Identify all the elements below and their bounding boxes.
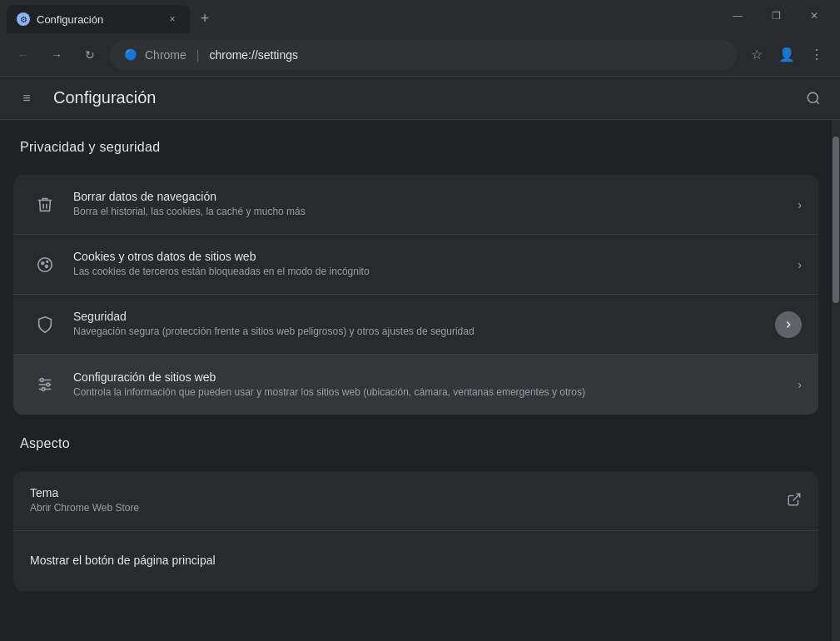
minimize-button[interactable]: — bbox=[718, 5, 757, 27]
reload-button[interactable]: ↻ bbox=[77, 42, 103, 68]
security-arrow-btn[interactable] bbox=[775, 311, 802, 338]
site-settings-subtitle: Controla la información que pueden usar … bbox=[73, 385, 788, 400]
main-scroll[interactable]: Privacidad y seguridad Borrar datos de n… bbox=[0, 120, 832, 641]
bookmark-button[interactable]: ☆ bbox=[743, 42, 770, 68]
svg-line-1 bbox=[816, 101, 818, 103]
hamburger-menu-button[interactable]: ≡ bbox=[13, 85, 40, 112]
tab-favicon: ⚙ bbox=[17, 12, 30, 26]
url-bar[interactable]: 🔵 Chrome | chrome://settings bbox=[110, 40, 737, 70]
clear-browsing-data-title: Borrar datos de navegación bbox=[73, 190, 788, 203]
shield-icon bbox=[30, 310, 60, 340]
theme-title: Tema bbox=[30, 486, 777, 499]
cookies-arrow: › bbox=[798, 258, 802, 271]
clear-browsing-data-content: Borrar datos de navegación Borra el hist… bbox=[73, 190, 788, 219]
trash-icon bbox=[30, 190, 60, 220]
clear-browsing-data-subtitle: Borra el historial, las cookies, la cach… bbox=[73, 205, 788, 219]
svg-point-0 bbox=[808, 92, 818, 102]
svg-point-3 bbox=[42, 261, 44, 264]
url-brand: Chrome bbox=[145, 48, 186, 62]
active-tab[interactable]: ⚙ Configuración × bbox=[7, 5, 190, 33]
svg-point-4 bbox=[45, 265, 47, 267]
chrome-menu-button[interactable]: ⋮ bbox=[803, 42, 830, 68]
site-settings-content: Configuración de sitios web Controla la … bbox=[73, 370, 788, 400]
tab-strip: ⚙ Configuración × + bbox=[7, 0, 216, 33]
security-title: Seguridad bbox=[73, 310, 765, 323]
site-settings-item[interactable]: Configuración de sitios web Controla la … bbox=[13, 355, 818, 415]
home-button-title: Mostrar el botón de página principal bbox=[30, 554, 802, 567]
forward-button[interactable]: → bbox=[43, 42, 70, 68]
site-settings-title: Configuración de sitios web bbox=[73, 370, 788, 384]
cookies-title: Cookies y otros datos de sitios web bbox=[73, 250, 788, 263]
appearance-card: Tema Abrir Chrome Web Store Mostr bbox=[13, 471, 818, 591]
scrollbar-thumb[interactable] bbox=[833, 137, 839, 303]
profile-button[interactable]: 👤 bbox=[773, 42, 800, 68]
settings-header: ≡ Configuración bbox=[0, 77, 840, 120]
svg-point-10 bbox=[47, 383, 50, 386]
theme-item[interactable]: Tema Abrir Chrome Web Store bbox=[13, 471, 818, 531]
title-bar: ⚙ Configuración × + — ❐ ✕ bbox=[0, 0, 840, 33]
security-subtitle: Navegación segura (protección frente a s… bbox=[73, 325, 765, 339]
search-icon bbox=[806, 91, 821, 106]
theme-subtitle: Abrir Chrome Web Store bbox=[30, 501, 777, 515]
settings-page-title: Configuración bbox=[53, 88, 156, 107]
privacy-settings-card: Borrar datos de navegación Borra el hist… bbox=[13, 175, 818, 415]
svg-point-5 bbox=[47, 261, 48, 262]
clear-browsing-data-arrow: › bbox=[798, 198, 802, 211]
tab-close-button[interactable]: × bbox=[165, 12, 180, 27]
home-button-content: Mostrar el botón de página principal bbox=[30, 554, 802, 569]
privacy-section-title: Privacidad y seguridad bbox=[0, 140, 832, 155]
theme-content: Tema Abrir Chrome Web Store bbox=[30, 486, 777, 515]
appearance-section-title: Aspecto bbox=[0, 436, 832, 451]
new-tab-button[interactable]: + bbox=[193, 7, 216, 30]
site-settings-icon bbox=[30, 370, 60, 400]
appearance-section: Aspecto Tema Abrir Chrome Web Store bbox=[0, 436, 832, 591]
tab-title: Configuración bbox=[37, 13, 158, 26]
external-link-icon bbox=[787, 492, 802, 510]
svg-point-9 bbox=[41, 379, 44, 382]
secure-icon: 🔵 bbox=[123, 47, 138, 62]
svg-point-11 bbox=[42, 388, 45, 391]
window-controls: — ❐ ✕ bbox=[718, 5, 833, 27]
scrollbar-track[interactable] bbox=[832, 120, 840, 641]
clear-browsing-data-item[interactable]: Borrar datos de navegación Borra el hist… bbox=[13, 175, 818, 235]
cookies-item[interactable]: Cookies y otros datos de sitios web Las … bbox=[13, 235, 818, 295]
address-bar: ← → ↻ 🔵 Chrome | chrome://settings ☆ 👤 ⋮ bbox=[0, 33, 840, 77]
url-separator: | bbox=[196, 48, 200, 62]
url-path: chrome://settings bbox=[209, 48, 298, 62]
cookies-content: Cookies y otros datos de sitios web Las … bbox=[73, 250, 788, 279]
address-actions: ☆ 👤 ⋮ bbox=[743, 42, 830, 68]
cookies-subtitle: Las cookies de terceros están bloqueadas… bbox=[73, 265, 788, 279]
security-item[interactable]: Seguridad Navegación segura (protección … bbox=[13, 295, 818, 355]
settings-search-button[interactable] bbox=[800, 85, 827, 112]
close-button[interactable]: ✕ bbox=[795, 5, 833, 27]
site-settings-arrow: › bbox=[798, 378, 802, 391]
svg-point-2 bbox=[38, 257, 52, 271]
maximize-button[interactable]: ❐ bbox=[757, 5, 795, 27]
security-content: Seguridad Navegación segura (protección … bbox=[73, 310, 765, 339]
back-button[interactable]: ← bbox=[10, 42, 37, 68]
home-button-item[interactable]: Mostrar el botón de página principal bbox=[13, 531, 818, 591]
svg-line-12 bbox=[793, 494, 800, 500]
cookies-icon bbox=[30, 250, 60, 280]
content-area: Privacidad y seguridad Borrar datos de n… bbox=[0, 120, 840, 641]
